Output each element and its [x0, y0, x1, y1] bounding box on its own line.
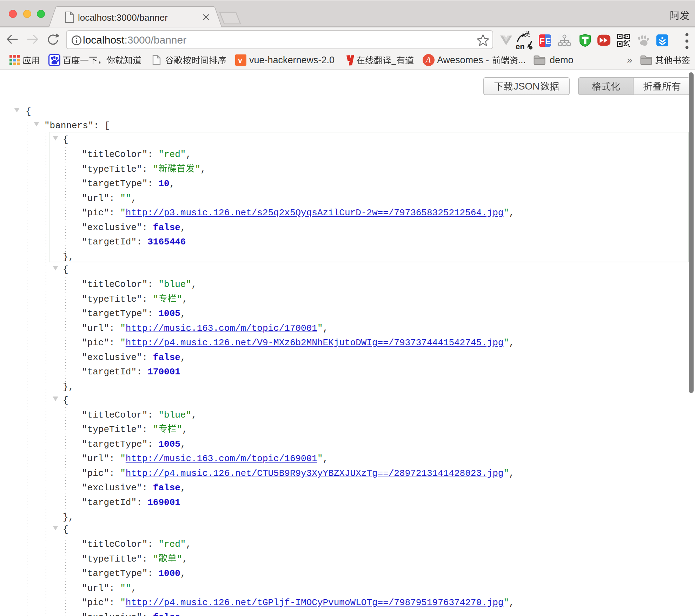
- svg-text:E: E: [545, 37, 551, 46]
- svg-text:F: F: [540, 37, 545, 46]
- svg-text:A: A: [425, 55, 431, 65]
- svg-text:en: en: [516, 42, 525, 50]
- svg-text:v: v: [238, 56, 243, 65]
